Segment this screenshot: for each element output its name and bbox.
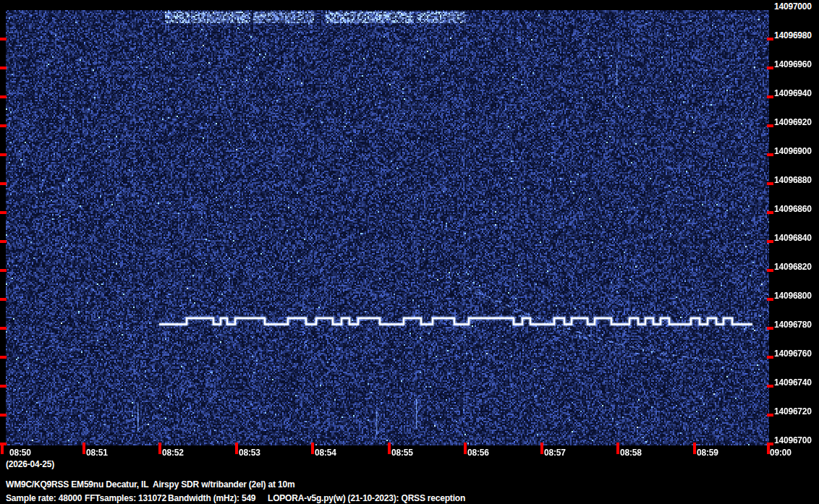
date-label: (2026-04-25) xyxy=(6,459,54,469)
time-tick xyxy=(388,443,391,454)
frequency-tick-left xyxy=(0,124,7,127)
qrss-grabber-screen: 1409700014096980140969601409694014096920… xyxy=(0,0,819,504)
time-label: 08:53 xyxy=(239,448,260,458)
time-label: 08:50 xyxy=(9,448,31,458)
frequency-tick-left xyxy=(0,298,7,301)
frequency-tick-right xyxy=(767,38,773,40)
sample-rate-label: Sample rate: 48000 xyxy=(6,493,82,503)
station-info-line: WM9C/KQ9RSS EM59nu Decatur, IL Airspy SD… xyxy=(6,479,294,490)
frequency-label: 14096960 xyxy=(774,59,819,69)
frequency-tick-right xyxy=(767,153,773,156)
time-label: 09:00 xyxy=(770,448,792,458)
frequency-label: 14096920 xyxy=(774,117,819,127)
frequency-tick-left xyxy=(0,182,7,185)
frequency-tick-right xyxy=(767,414,773,417)
frequency-tick-right xyxy=(767,298,773,301)
software-version-label: LOPORA-v5g.py(w) (21-10-2023): QRSS rece… xyxy=(268,493,465,503)
frequency-tick-left xyxy=(0,95,7,98)
fft-samples-label: FFTsamples: 131072 xyxy=(85,493,166,503)
frequency-tick-right xyxy=(767,124,773,127)
frequency-label: 14097000 xyxy=(774,1,819,12)
time-label: 08:55 xyxy=(391,448,413,458)
time-label: 08:56 xyxy=(467,448,489,458)
frequency-label: 14096840 xyxy=(774,233,819,243)
time-label: 08:57 xyxy=(544,448,566,458)
frequency-label: 14096740 xyxy=(774,377,819,388)
frequency-tick-right xyxy=(767,385,773,388)
time-tick xyxy=(464,443,467,454)
time-tick xyxy=(1,443,4,454)
frequency-tick-left xyxy=(0,327,7,330)
frequency-label: 14096820 xyxy=(774,262,819,272)
frequency-label: 14096860 xyxy=(774,204,819,214)
time-tick xyxy=(616,443,619,454)
frequency-label: 14096980 xyxy=(774,30,819,40)
frequency-tick-right xyxy=(767,95,773,98)
time-tick xyxy=(540,443,543,454)
time-tick xyxy=(158,443,161,454)
frequency-label: 14096900 xyxy=(774,146,819,156)
frequency-tick-right xyxy=(767,240,773,243)
frequency-tick-left xyxy=(0,67,7,69)
time-tick xyxy=(235,443,238,454)
frequency-label: 14096720 xyxy=(774,406,819,417)
time-label: 08:52 xyxy=(162,448,184,458)
spectrogram-waterfall-canvas xyxy=(6,10,769,445)
frequency-tick-left xyxy=(0,385,7,388)
frequency-tick-right xyxy=(767,327,773,330)
frequency-label: 14096760 xyxy=(774,349,819,359)
time-label: 08:58 xyxy=(620,448,642,458)
time-label: 08:59 xyxy=(697,448,718,458)
frequency-tick-left xyxy=(0,269,7,272)
frequency-tick-left xyxy=(0,38,7,40)
frequency-tick-right xyxy=(767,356,773,359)
frequency-tick-right xyxy=(767,211,773,214)
frequency-tick-left xyxy=(0,414,7,417)
frequency-label: 14096880 xyxy=(774,175,819,185)
time-tick xyxy=(311,443,314,454)
time-tick xyxy=(82,443,85,454)
frequency-label: 14096800 xyxy=(774,291,819,301)
time-label: 08:54 xyxy=(315,448,336,458)
frequency-label: 14096780 xyxy=(774,320,819,330)
frequency-tick-left xyxy=(0,153,7,156)
frequency-tick-right xyxy=(767,67,773,69)
time-label: 08:51 xyxy=(86,448,108,458)
time-tick xyxy=(693,443,696,454)
frequency-tick-right xyxy=(767,269,773,272)
frequency-tick-left xyxy=(0,211,7,214)
frequency-tick-right xyxy=(767,182,773,185)
frequency-label: 14096700 xyxy=(774,435,819,445)
frequency-tick-left xyxy=(0,356,7,359)
frequency-tick-left xyxy=(0,240,7,243)
bandwidth-label: Bandwidth (mHz): 549 xyxy=(168,493,255,503)
frequency-label: 14096940 xyxy=(774,88,819,98)
